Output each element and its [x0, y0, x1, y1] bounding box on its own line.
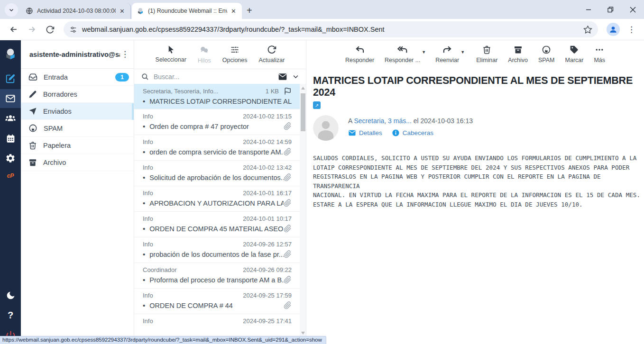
- more-recipients-link[interactable]: 3 más...: [388, 117, 412, 125]
- mail-icon[interactable]: [0, 89, 21, 108]
- compose-icon[interactable]: [0, 69, 21, 88]
- search-scope-mail-icon[interactable]: [278, 72, 287, 81]
- list-item[interactable]: Info 2024-09-25 17:59 • ORDEN DE COMPRA …: [134, 289, 306, 314]
- calendar-icon[interactable]: [0, 129, 21, 148]
- reply-all-dropdown-caret[interactable]: ▼: [422, 50, 426, 54]
- trash-icon: [28, 141, 37, 150]
- app-rail: cP ?: [0, 40, 21, 344]
- message-status-dot[interactable]: •: [143, 149, 145, 155]
- account-email: asistente-administrativo@sa...: [29, 51, 120, 58]
- list-item[interactable]: Info 2024-10-02 15:15 • Orden de compra …: [134, 109, 306, 135]
- folder-scrollbar[interactable]: [132, 103, 134, 120]
- folder-item[interactable]: Papelera: [21, 137, 134, 154]
- trash-icon: [482, 45, 491, 54]
- scroll-down-arrow[interactable]: [301, 332, 305, 335]
- contacts-icon[interactable]: [0, 109, 21, 128]
- message-status-dot[interactable]: •: [143, 226, 145, 232]
- list-scrollbar[interactable]: [300, 84, 306, 344]
- help-icon[interactable]: ?: [0, 306, 21, 325]
- close-window-button[interactable]: [622, 0, 644, 19]
- reply-icon: [355, 45, 365, 54]
- settings-gear-icon[interactable]: [0, 149, 21, 168]
- browser-tab-actividad[interactable]: Actividad 2024-10-03 08:00:00 ✕: [21, 3, 131, 19]
- mark-button[interactable]: Marcar: [565, 45, 584, 63]
- threads-button[interactable]: Hilos: [198, 45, 211, 64]
- list-item[interactable]: Info 2024-10-01 10:17 • ORDEN DE COMPRA …: [134, 212, 306, 237]
- message-date: 2024-09-25 17:41: [243, 317, 292, 325]
- message-status-dot[interactable]: •: [143, 200, 145, 207]
- recipient-link[interactable]: Secretaria: [354, 117, 384, 125]
- bookmark-star-icon[interactable]: [583, 25, 592, 34]
- folder-item[interactable]: Borradores: [21, 86, 134, 103]
- headers-toggle[interactable]: Cabeceras: [392, 129, 433, 137]
- message-sender: Info: [143, 317, 153, 325]
- address-bar[interactable]: webmail.sanjuan.gob.ec/cpsess8592294337/…: [64, 21, 598, 37]
- browser-menu-icon[interactable]: ⋮: [624, 25, 639, 35]
- scroll-up-arrow[interactable]: [301, 87, 305, 90]
- message-list-panel: Seleccionar Hilos Opciones Actualizar: [134, 40, 306, 344]
- message-status-dot[interactable]: •: [143, 251, 145, 258]
- message-status-dot[interactable]: •: [143, 123, 145, 130]
- site-settings-icon[interactable]: [69, 26, 77, 34]
- open-in-new-window-icon[interactable]: ↗: [313, 101, 321, 109]
- folder-panel: asistente-administrativo@sa... ⋮ E: [21, 40, 134, 344]
- more-button[interactable]: Más: [594, 45, 605, 63]
- spam-button[interactable]: SPAM: [538, 45, 555, 63]
- tab-close-icon[interactable]: ✕: [118, 8, 127, 15]
- list-item[interactable]: Info 2024-10-02 14:59 • orden de compra …: [134, 135, 306, 161]
- message-status-dot[interactable]: •: [143, 277, 145, 283]
- folder-item[interactable]: Archivo: [21, 154, 134, 171]
- search-input[interactable]: [154, 73, 278, 81]
- list-item[interactable]: Coordinador 2024-09-26 09:22 • Proforma …: [134, 263, 306, 289]
- search-options-chevron-icon[interactable]: [292, 73, 299, 80]
- back-button[interactable]: [6, 21, 22, 37]
- refresh-icon: [267, 45, 276, 54]
- dark-mode-moon-icon[interactable]: [0, 286, 21, 305]
- folder-item[interactable]: Entrada 1: [21, 69, 134, 86]
- url-text[interactable]: webmail.sanjuan.gob.ec/cpsess8592294337/…: [82, 26, 583, 33]
- details-toggle[interactable]: Detalles: [348, 129, 382, 137]
- list-item[interactable]: Info 2024-10-02 13:42 • Solicitud de apr…: [134, 161, 306, 186]
- options-button[interactable]: Opciones: [222, 45, 248, 63]
- message-sender: Coordinador: [143, 266, 177, 273]
- search-bar: [134, 69, 306, 84]
- browser-profile-avatar[interactable]: [607, 23, 620, 36]
- browser-tab-roundcube[interactable]: (1) Roundcube Webmail :: Envia ✕: [132, 3, 242, 19]
- message-status-dot[interactable]: •: [143, 174, 145, 181]
- forward-button[interactable]: Reenviar ▼: [435, 45, 459, 63]
- message-date: 2024-10-02 15:15: [243, 113, 292, 120]
- message-sender: Info: [143, 215, 153, 222]
- folder-item[interactable]: Enviados: [21, 103, 134, 120]
- envelope-icon: [348, 129, 356, 137]
- message-sender: Info: [143, 138, 153, 145]
- cpanel-logo[interactable]: cP: [0, 166, 21, 185]
- new-tab-button[interactable]: +: [247, 6, 252, 15]
- folder-label: Papelera: [43, 142, 71, 149]
- list-item[interactable]: Info 2024-10-01 16:17 • APROBACION Y AUT…: [134, 186, 306, 212]
- fire-icon: [542, 45, 551, 54]
- account-menu-icon[interactable]: ⋮: [120, 49, 130, 59]
- folder-item[interactable]: SPAM: [21, 120, 134, 137]
- reply-all-button[interactable]: Responder ... ▼: [385, 45, 420, 63]
- delete-button[interactable]: Eliminar: [476, 45, 497, 63]
- message-status-dot[interactable]: •: [143, 302, 145, 309]
- info-icon: [392, 129, 400, 137]
- list-item[interactable]: Secretaria, Tesoreria, Info... 1 KB • MA…: [134, 84, 306, 109]
- forward-button[interactable]: [24, 21, 40, 37]
- forward-dropdown-caret[interactable]: ▼: [460, 50, 465, 54]
- select-button[interactable]: Seleccionar: [156, 45, 186, 63]
- tab-search-button[interactable]: [5, 3, 18, 17]
- flag-icon[interactable]: [284, 87, 292, 95]
- reply-button[interactable]: Responder: [345, 45, 374, 63]
- list-item[interactable]: Info 2024-09-26 12:57 • probación de los…: [134, 237, 306, 263]
- message-status-dot[interactable]: •: [143, 98, 145, 105]
- minimize-button[interactable]: [577, 0, 599, 19]
- tab-close-icon[interactable]: ✕: [229, 8, 238, 15]
- archive-button[interactable]: Archivo: [508, 45, 528, 63]
- refresh-button[interactable]: Actualizar: [259, 45, 285, 63]
- scrollbar-thumb[interactable]: [301, 93, 305, 131]
- paperclip-icon: [284, 301, 292, 309]
- reload-button[interactable]: [42, 21, 58, 37]
- restore-button[interactable]: [599, 0, 622, 19]
- forward-icon: [442, 45, 452, 54]
